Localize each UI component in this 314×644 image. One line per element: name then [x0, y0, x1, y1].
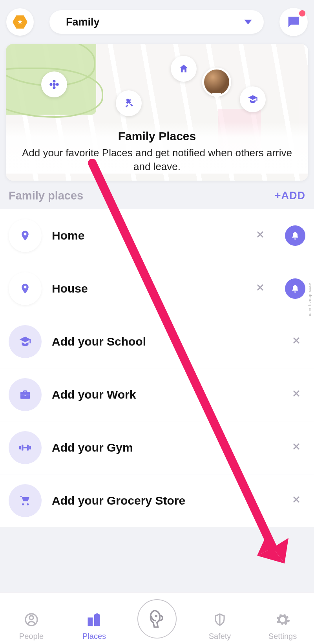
hero-text: Family Places Add your favorite Places a… [6, 122, 308, 174]
bottom-nav: People Places Safety Settings [0, 592, 314, 644]
chat-icon [286, 14, 301, 30]
places-section-header: Family places +ADD [0, 181, 314, 209]
nav-label: Settings [268, 632, 297, 641]
remove-place-button[interactable] [251, 229, 269, 243]
app-header: Family [0, 0, 314, 44]
close-icon [255, 229, 266, 240]
svg-marker-16 [273, 538, 288, 564]
flower-pin-icon [41, 71, 67, 97]
svg-point-4 [56, 83, 59, 86]
svg-point-3 [49, 83, 52, 86]
remove-place-button[interactable] [287, 494, 305, 508]
remove-place-button[interactable] [287, 441, 305, 455]
bell-icon [290, 231, 300, 240]
places-hero-card: Family Places Add your favorite Places a… [6, 44, 308, 181]
place-row[interactable]: Add your Work [0, 368, 314, 421]
dumbbell-icon [9, 431, 42, 464]
membership-badge-button[interactable] [6, 8, 34, 36]
close-icon [291, 441, 302, 452]
place-label: Add your Work [52, 388, 277, 401]
buildings-icon [86, 610, 103, 629]
place-row[interactable]: House [0, 262, 314, 315]
nav-label: Places [82, 632, 106, 641]
member-avatar-pin[interactable] [202, 68, 231, 97]
place-label: Home [52, 229, 241, 242]
place-label: House [52, 282, 241, 295]
svg-point-2 [53, 86, 56, 89]
pin-icon [9, 272, 42, 305]
notification-button[interactable] [285, 278, 305, 299]
cart-icon [9, 484, 42, 517]
remove-place-button[interactable] [251, 282, 269, 296]
chat-button[interactable] [279, 8, 308, 36]
place-label: Add your Gym [52, 441, 277, 454]
svg-marker-15 [257, 534, 273, 556]
close-icon [291, 494, 302, 505]
star-badge-icon [13, 15, 27, 29]
notification-button[interactable] [285, 225, 305, 246]
svg-rect-7 [24, 447, 27, 448]
place-row[interactable]: Home [0, 209, 314, 262]
svg-rect-6 [22, 445, 24, 451]
svg-marker-14 [257, 548, 285, 564]
place-row[interactable]: Add your Gym [0, 421, 314, 474]
school-pin-icon [240, 86, 266, 112]
place-label: Add your School [52, 335, 277, 348]
circle-selector[interactable]: Family [49, 10, 264, 34]
add-place-button[interactable]: +ADD [275, 190, 305, 202]
bell-icon [290, 284, 300, 293]
nav-label: People [19, 632, 44, 641]
svg-rect-5 [19, 446, 21, 450]
nav-settings[interactable]: Settings [255, 610, 310, 641]
svg-point-1 [53, 80, 56, 82]
chevron-down-icon [244, 20, 252, 24]
hero-title: Family Places [22, 130, 292, 143]
nav-people[interactable]: People [4, 610, 59, 641]
place-row[interactable]: Add your Grocery Store [0, 474, 314, 527]
svg-point-0 [53, 83, 55, 86]
svg-point-12 [155, 616, 157, 617]
section-title: Family places [9, 189, 83, 202]
circle-name: Family [66, 16, 100, 28]
nav-places[interactable]: Places [67, 610, 122, 641]
notification-dot-icon [299, 10, 305, 16]
school-icon [9, 325, 42, 358]
close-icon [291, 388, 302, 399]
places-list: Home House Add your School Add [0, 209, 314, 527]
place-label: Add your Grocery Store [52, 494, 277, 507]
hero-subtitle: Add your favorite Places and get notifie… [22, 146, 292, 174]
close-icon [291, 335, 302, 346]
restaurant-pin-icon [116, 90, 142, 116]
briefcase-icon [9, 378, 42, 411]
svg-point-11 [29, 616, 33, 620]
nav-label: Safety [209, 632, 231, 641]
place-row[interactable]: Add your School [0, 315, 314, 368]
nav-safety[interactable]: Safety [192, 610, 247, 641]
remove-place-button[interactable] [287, 388, 305, 402]
shield-icon [212, 610, 227, 629]
home-pin-icon [171, 56, 197, 82]
gear-icon [275, 610, 290, 629]
remove-place-button[interactable] [287, 335, 305, 349]
nav-driving[interactable] [130, 599, 184, 641]
svg-rect-8 [27, 445, 29, 451]
driving-avatar-icon [137, 599, 177, 639]
watermark: www.deuzq.com [308, 283, 312, 317]
person-icon [24, 610, 39, 629]
close-icon [255, 282, 266, 293]
svg-rect-9 [29, 446, 31, 450]
pin-icon [9, 219, 42, 252]
